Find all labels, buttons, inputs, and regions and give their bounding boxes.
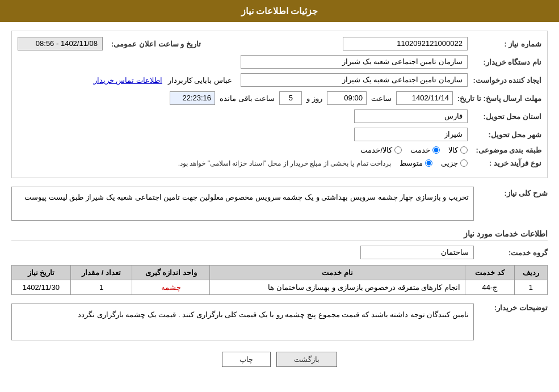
cell-count: 1 (70, 280, 132, 295)
cell-radif: 1 (514, 280, 547, 295)
date-announce-label: تاریخ و ساعت اعلان عمومی: (103, 40, 205, 48)
farayand-jazzi-label: جزیی (441, 159, 458, 167)
row-farayand: نوع فرآیند خرید : جزیی متوسط پرداخت تمام… (18, 159, 541, 167)
notes-label: توضیحات خریدار: (474, 304, 548, 312)
row-shahr: شهر محل تحویل: شیراز (18, 128, 541, 141)
ijad-name: عباس بابایی کاربردار (168, 76, 232, 85)
col-radif: ردیف (514, 265, 547, 280)
row-group: گروه خدمت: ساختمان (11, 246, 548, 259)
table-header-row: ردیف کد خدمت نام خدمت واحد اندازه گیری ت… (12, 265, 548, 280)
ijad-value: سازمان تامین اجتماعی شعبه یک شیراز (241, 73, 468, 87)
sharh-label: شرح کلی نیاز: (474, 187, 548, 197)
col-date: تاریخ نیاز (12, 265, 71, 280)
etelaat-link[interactable]: اطلاعات تماس خریدار (94, 76, 162, 85)
row-ijad: ایجاد کننده درخواست: سازمان تامین اجتماع… (18, 73, 541, 87)
rooz-label: روز و (306, 94, 322, 103)
col-unit: واحد اندازه گیری (132, 265, 210, 280)
row-mohlat: مهلت ارسال پاسخ: تا تاریخ: 1402/11/14 سا… (18, 91, 541, 105)
tabaqe-radio-group: کالا خدمت کالا/خدمت (360, 146, 468, 154)
row-sharh: شرح کلی نیاز: تخریب و بازسازی چهار چشمه … (11, 187, 548, 221)
print-button[interactable]: چاپ (222, 352, 271, 367)
tabaqe-kala-khadamat-item: کالا/خدمت (360, 146, 402, 154)
cell-name: انجام کارهای متفرقه درخصوص بازسازی و بهس… (210, 280, 465, 295)
row-ostan: استان محل تحویل: فارس (18, 109, 541, 123)
ostan-label: استان محل تحویل: (468, 112, 541, 121)
tabaqe-khadamat-item: خدمت (410, 146, 440, 154)
cell-code: ج-44 (465, 280, 515, 295)
col-name: نام خدمت (210, 265, 465, 280)
cell-unit: چشمه (132, 280, 210, 295)
table-row: 1 ج-44 انجام کارهای متفرقه درخصوص بازساز… (12, 280, 548, 295)
tabaqe-kala-label: کالا (448, 146, 458, 154)
services-title: اطلاعات خدمات مورد نیاز (11, 229, 548, 241)
page-header: جزئیات اطلاعات نیاز (0, 0, 559, 22)
shomara-value: 1102092121000022 (343, 37, 468, 50)
farayand-radio-group: جزیی متوسط (400, 159, 468, 167)
tabaqe-kala-khadamat-label: کالا/خدمت (360, 146, 392, 154)
bottom-buttons: بازگشت چاپ (11, 352, 548, 367)
col-code: کد خدمت (465, 265, 515, 280)
col-count: تعداد / مقدار (70, 265, 132, 280)
date-announce-value: 1402/11/08 - 08:56 (18, 37, 103, 50)
cell-date: 1402/11/30 (12, 280, 71, 295)
remaining-label: ساعت باقی مانده (220, 94, 275, 103)
farayand-label: نوع فرآیند خرید : (468, 159, 541, 167)
tabaqe-khadamat-label: خدمت (410, 146, 430, 154)
group-value: ساختمان (360, 246, 474, 259)
remaining-value: 22:23:16 (170, 91, 215, 105)
dastgah-label: نام دستگاه خریدار: (468, 58, 541, 66)
rooz-value: 5 (279, 91, 302, 105)
shahr-label: شهر محل تحویل: (468, 130, 541, 139)
farayand-note: پرداخت تمام یا بخشی از مبلغ خریدار از مح… (178, 159, 391, 167)
main-content: شماره نیاز : 1102092121000022 تاریخ و سا… (0, 22, 559, 387)
farayand-motavaset-item: متوسط (400, 159, 432, 167)
saat-label: ساعت (371, 94, 392, 103)
farayand-motavaset-label: متوسط (400, 159, 423, 167)
ostan-value: فارس (354, 109, 468, 123)
saat-value: 09:00 (327, 91, 367, 105)
back-button[interactable]: بازگشت (276, 352, 337, 367)
info-section: شماره نیاز : 1102092121000022 تاریخ و سا… (11, 31, 548, 178)
page-title: جزئیات اطلاعات نیاز (241, 6, 318, 16)
row-dastgah: نام دستگاه خریدار: سازمان تامین اجتماعی … (18, 55, 541, 69)
ijad-label: ایجاد کننده درخواست: (468, 76, 541, 85)
tabaqe-kala-radio[interactable] (460, 146, 468, 154)
tabaqe-label: طبقه بندی موضوعی: (468, 146, 541, 154)
tabaqe-kala-item: کالا (448, 146, 468, 154)
farayand-jazzi-radio[interactable] (460, 159, 468, 167)
shahr-value: شیراز (354, 128, 468, 141)
table-body: 1 ج-44 انجام کارهای متفرقه درخصوص بازساز… (12, 280, 548, 295)
tabaqe-kala-khadamat-radio[interactable] (394, 146, 402, 154)
row-tabaqe: طبقه بندی موضوعی: کالا خدمت کالا/خدمت (18, 146, 541, 154)
row-notes: توضیحات خریدار: تامین کنندگان توجه داشته… (11, 304, 548, 340)
shomara-label: شماره نیاز : (468, 40, 541, 48)
dastgah-value: سازمان تامین اجتماعی شعبه یک شیراز (241, 55, 468, 69)
notes-value: تامین کنندگان توجه داشته باشند که قیمت م… (11, 304, 474, 340)
table-head: ردیف کد خدمت نام خدمت واحد اندازه گیری ت… (12, 265, 548, 280)
row-shomara: شماره نیاز : 1102092121000022 تاریخ و سا… (18, 37, 541, 50)
page-wrapper: جزئیات اطلاعات نیاز شماره نیاز : 1102092… (0, 0, 559, 392)
farayand-jazzi-item: جزیی (441, 159, 468, 167)
sharh-value: تخریب و بازسازی چهار چشمه سرویس بهداشتی … (11, 187, 474, 221)
tabaqe-khadamat-radio[interactable] (432, 146, 440, 154)
service-table: ردیف کد خدمت نام خدمت واحد اندازه گیری ت… (11, 265, 548, 295)
group-label: گروه خدمت: (474, 248, 548, 257)
mohlat-label: مهلت ارسال پاسخ: تا تاریخ: (453, 94, 541, 103)
farayand-motavaset-radio[interactable] (425, 159, 432, 167)
date-value: 1402/11/14 (396, 91, 453, 105)
